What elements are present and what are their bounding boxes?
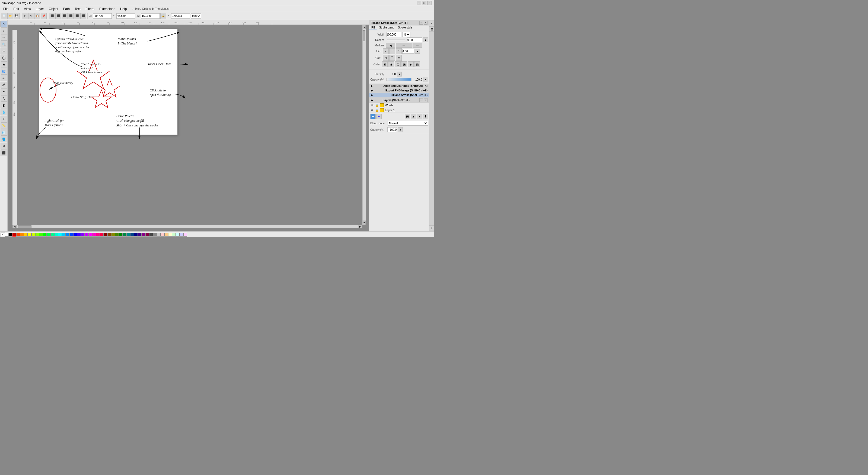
palette-yellow-orange[interactable] [24, 233, 28, 236]
lock-proportions-button[interactable]: 🔒 [160, 13, 166, 19]
palette-orange[interactable] [20, 233, 24, 236]
menu-view[interactable]: View [22, 6, 33, 11]
palette-yellow-green[interactable] [31, 233, 35, 236]
width-input[interactable] [386, 32, 401, 37]
palette-dodger-blue[interactable] [66, 233, 69, 236]
palette-green-cyan[interactable] [46, 233, 51, 236]
align-center-button[interactable]: ⬛ [55, 13, 61, 19]
menu-layer[interactable]: Layer [34, 6, 46, 11]
save-button[interactable]: 💾 [13, 13, 20, 19]
layers-minimize[interactable]: − [420, 98, 423, 102]
menu-edit[interactable]: Edit [11, 6, 21, 11]
join-value-input[interactable] [402, 49, 414, 54]
palette-spring-green[interactable] [54, 233, 58, 236]
vscroll-thumb[interactable] [363, 30, 365, 41]
palette-dark-blue[interactable] [134, 233, 138, 236]
palette-forest-green[interactable] [123, 233, 126, 236]
order-stroke-btn[interactable]: ▢ [395, 61, 401, 67]
palette-cyan-green[interactable] [51, 233, 54, 236]
paint-bucket-tool[interactable]: 🪣 [1, 136, 7, 142]
panel-float-btn[interactable]: ⬒ [429, 26, 434, 32]
pen-tool[interactable]: 🖊 [1, 82, 7, 88]
3d-box-tool[interactable]: ⬛ [1, 150, 7, 156]
dashes-input[interactable] [407, 37, 422, 42]
marker-mid-select[interactable]: — [396, 43, 412, 48]
remove-layer-btn[interactable]: − [376, 114, 382, 119]
align-top-button[interactable]: ⬛ [68, 13, 74, 19]
palette-navy[interactable] [130, 233, 134, 236]
measure-tool[interactable]: 📏 [1, 122, 7, 129]
menu-object[interactable]: Object [46, 6, 61, 11]
fill-stroke-list-header[interactable]: ▶ Fill and Stroke (Shift+Ctrl+F) [369, 93, 429, 97]
tab-fill[interactable]: Fill [369, 26, 377, 30]
blur-up[interactable]: ▲ [397, 72, 402, 76]
join-up[interactable]: ▲ [415, 49, 420, 54]
width-unit-select[interactable]: %pxmm [402, 32, 410, 37]
open-button[interactable]: 📂 [7, 13, 13, 19]
paste-button[interactable]: 📌 [41, 13, 46, 19]
close-button[interactable]: × [428, 1, 432, 5]
y-input[interactable] [116, 13, 135, 19]
hscroll-thumb[interactable] [18, 225, 31, 228]
palette-dark-purple[interactable] [142, 233, 145, 236]
palette-lavender[interactable] [180, 233, 183, 236]
order-fill-btn[interactable]: ▣ [382, 61, 388, 67]
palette-dark-green-yellow[interactable] [115, 233, 119, 236]
palette-light-green[interactable] [39, 233, 43, 236]
layer-lock-words[interactable]: 🔓 [375, 103, 379, 107]
main-canvas[interactable]: Options related to what you currently ha… [18, 25, 362, 225]
order-stroke-fill2-btn[interactable]: ◈ [408, 61, 414, 67]
ellipse-tool[interactable]: ◯ [1, 55, 7, 61]
palette-yellow[interactable] [28, 233, 31, 236]
palette-green-yellow[interactable] [35, 233, 39, 236]
marker-start-select[interactable]: ◀ [386, 43, 395, 48]
menu-file[interactable]: File [1, 6, 10, 11]
layer-up-btn[interactable]: ▲ [411, 114, 416, 119]
layer-eye-layer1[interactable]: 👁 [370, 108, 374, 112]
join-round-btn[interactable]: ⌒ [389, 48, 395, 54]
palette-green[interactable] [43, 233, 46, 236]
align-bottom-button[interactable]: ⬛ [74, 13, 80, 19]
marker-end-select[interactable]: — [412, 43, 422, 48]
maximize-button[interactable]: □ [422, 1, 426, 5]
star-tool[interactable]: ★ [1, 61, 7, 68]
add-layer-btn[interactable]: + [370, 114, 376, 119]
panel-header-close[interactable]: × [424, 21, 428, 25]
layer-lock-layer1[interactable]: 🔓 [375, 108, 379, 112]
palette-light-gray[interactable] [157, 233, 161, 236]
hscroll-right[interactable]: ▶ [358, 225, 362, 228]
menu-extensions[interactable]: Extensions [97, 6, 118, 11]
palette-sky-blue[interactable] [62, 233, 66, 236]
dashes-up[interactable]: ▲ [423, 37, 428, 42]
layer-opacity-up[interactable]: ▲ [398, 127, 403, 132]
palette-light-magenta[interactable] [183, 233, 187, 236]
export-png-header[interactable]: ▶ Export PNG Image (Shift+Ctrl+E) [369, 88, 429, 93]
palette-purple[interactable] [85, 233, 88, 236]
copy-button[interactable]: 📋 [34, 13, 40, 19]
w-input[interactable] [141, 13, 160, 19]
order-fill-stroke2-btn[interactable]: ▤ [414, 61, 420, 67]
palette-rose[interactable] [96, 233, 100, 236]
tab-stroke-style[interactable]: Stroke style [396, 26, 414, 30]
join-miter-btn[interactable]: ⌐ [383, 48, 389, 54]
align-distribute-header[interactable]: ▶ Align and Distribute (Shift+Ctrl+A) [369, 84, 429, 88]
spiral-tool[interactable]: 🌀 [1, 68, 7, 74]
cap-butt-btn[interactable]: ⊓ [383, 55, 389, 61]
redo-button[interactable]: ↪ [28, 13, 34, 19]
palette-black[interactable] [9, 233, 12, 236]
menu-path[interactable]: Path [61, 6, 72, 11]
text-tool[interactable]: A [1, 95, 7, 102]
tab-stroke-paint[interactable]: Stroke paint [377, 26, 396, 30]
panel-close-btn[interactable]: × [429, 21, 434, 26]
distribute-h-button[interactable]: ⬛ [80, 13, 86, 19]
layer-row-layer1[interactable]: 👁 🔓 Layer 1 [369, 108, 429, 113]
cap-square-btn[interactable]: ⊏ [396, 55, 402, 61]
blend-mode-select[interactable]: Normal Multiply Screen Overlay [388, 121, 428, 126]
palette-dark-red[interactable] [104, 233, 107, 236]
palette-cream[interactable] [168, 233, 172, 236]
duplicate-layer-btn[interactable]: ⬒ [405, 114, 410, 119]
palette-blue[interactable] [73, 233, 77, 236]
horizontal-scrollbar[interactable]: ◀ ▶ [12, 225, 362, 228]
palette-royal-blue[interactable] [69, 233, 73, 236]
palette-dark-violet[interactable] [138, 233, 142, 236]
